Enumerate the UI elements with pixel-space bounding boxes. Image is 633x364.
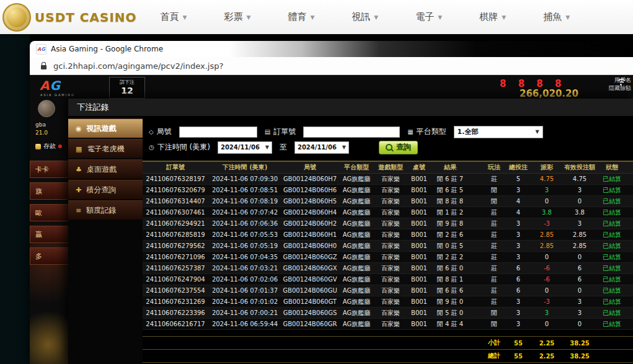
deposit-icon [35,144,41,149]
cell-result: 閒 8 莊 8 [432,197,469,206]
cell-bet-on: 閒 [484,197,505,206]
date-from-arrow-icon: ▼ [265,144,269,150]
cell-valid-bet: 3 [562,298,598,305]
nav-item[interactable]: 首頁 ▼ [161,11,187,23]
lobby-item[interactable]: 旗 [30,182,73,200]
cell-table-no: B001 [407,175,432,182]
cell-time: 2024-11-06 07:02:06 [208,276,281,283]
cell-total-bet: 3 [505,309,532,316]
table-header-cell: 訂單號 [143,163,208,172]
cell-payout: 3.8 [532,209,562,216]
nav-label: 體育 [288,11,306,23]
modal-menu-item[interactable]: ◉ 視訊遊戲 [68,118,143,138]
cell-order: 241106076285819 [143,231,208,238]
cell-game-type: 百家樂 [374,253,407,262]
cell-valid-bet: 2.85 [562,242,598,249]
lobby-item[interactable]: 多 [30,247,73,265]
sidebar-deposit[interactable]: 存款 [35,142,68,151]
main-nav: 首頁 ▼ 彩票 ▼ 體育 ▼ 視訊 ▼ [161,11,570,23]
platform-select[interactable]: 1.全部 ▼ [454,126,543,138]
sidebar-wallet-balance: 21.0 [35,130,68,136]
search-button[interactable]: 查詢 [379,141,418,154]
nav-label: 棋牌 [479,11,498,23]
cell-result: 閒 9 莊 0 [432,298,469,306]
avatar[interactable] [38,100,55,117]
cell-platform: AG旗艦廳 [339,242,374,251]
table-header-cell: 派彩 [532,163,562,172]
cell-round: GB00124B060H6 [281,187,339,193]
chevron-down-icon: ▼ [374,14,378,20]
table-row: 241106076294921 2024-11-06 07:06:36 GB00… [143,218,633,229]
cell-total-bet: 4 [505,209,532,216]
cell-time: 2024-11-06 07:04:35 [208,254,281,260]
cell-result: 閒 6 莊 0 [432,264,469,273]
modal-menu-item[interactable]: ≡ 額度記錄 [68,200,143,220]
date-from-picker[interactable]: 2024/11/06 ▼ [218,141,272,154]
table-row: 241106076247904 2024-11-06 07:02:06 GB00… [143,274,633,285]
modal-header: 下注記錄 [68,99,633,117]
nav-item[interactable]: 視訊 ▼ [352,11,378,23]
user-label: 用戶名 [609,76,631,84]
to-label: 至 [280,142,287,153]
table-header-cell: 狀態 [598,163,626,172]
menu-item-icon: ◉ [76,125,82,133]
cell-bet-on: 莊 [484,275,505,284]
round-input[interactable] [179,127,257,138]
lobby-item[interactable]: 贏 [30,226,73,243]
cell-table-no: B001 [407,298,432,305]
cell-bet-on: 閒 [484,186,505,195]
table-body: 241106076328197 2024-11-06 07:09:30 GB00… [143,174,633,330]
cell-order: 241106076320679 [143,187,208,193]
cell-round: GB00124B060GT [281,298,339,305]
cell-total-bet: 6 [505,287,532,294]
nav-item[interactable]: 電子 ▼ [415,11,442,23]
modal-menu-item[interactable]: ✚ 積分查詢 [68,180,143,199]
nav-item[interactable]: 體育 ▼ [288,11,314,23]
date-to-picker[interactable]: 2024/11/06 ▼ [294,141,349,154]
cell-game-type: 百家樂 [374,320,407,329]
modal-menu-item[interactable]: ♣ 桌面遊戲 [68,159,143,179]
site-logo[interactable]: USDT CASINO [2,3,137,32]
chrome-urlbar[interactable]: gci.2hhapi.com/agingame/pcv2/index.jsp? [30,57,633,75]
cell-result: 閒 1 莊 2 [432,208,469,217]
grand-total-total-bet: 55 [505,353,532,360]
lobby-item[interactable]: 歐 [30,204,73,221]
table-header-cell: 下注時間 (美東) [208,163,281,172]
time-label-text: 下注時間 (美東) [157,142,210,153]
filters: ◇ 局號 ▤ 訂單號 [143,117,633,158]
cell-payout: -6 [532,276,562,283]
cell-total-bet: 5 [505,175,532,182]
hide-balance-label[interactable]: 隱藏餘額 [609,84,631,92]
subtotal-payout: 2.25 [532,340,562,347]
cell-bet-on: 莊 [484,286,505,295]
cell-table-no: B001 [407,198,432,205]
cell-platform: AG旗艦廳 [339,186,374,195]
nav-item[interactable]: 棋牌 ▼ [479,11,506,23]
table-row: 241106076271096 2024-11-06 07:04:35 GB00… [143,252,633,263]
cell-round: GB00124B060H7 [281,175,339,182]
cell-table-no: B001 [407,231,432,238]
cell-game-type: 百家樂 [374,275,407,284]
cell-payout: 0 [532,198,562,205]
chrome-titlebar[interactable]: AG Asia Gaming - Google Chrome [30,41,633,57]
nav-item[interactable]: 彩票 ▼ [224,11,251,23]
cell-order: 241106076294921 [143,220,208,227]
lobby-item[interactable]: 卡卡 [30,161,73,178]
table-balance: 266,020.20 [520,88,578,99]
cell-valid-bet: 3 [562,309,598,316]
subtotal-label: 小計 [484,339,505,347]
menu-item-label: 積分查詢 [86,185,116,195]
cell-status: 已結算 [598,220,626,228]
nav-label: 電子 [415,11,434,23]
cell-platform: AG旗艦廳 [339,320,374,329]
grand-total-valid-bet: 38.25 [562,353,598,360]
table-row: 241106076231269 2024-11-06 07:01:02 GB00… [143,296,633,308]
order-input[interactable] [303,127,400,138]
modal-menu-item[interactable]: ▦ 電子老虎機 [68,139,143,158]
cell-status: 已結算 [598,309,626,317]
logo-text: USDT CASINO [35,10,137,25]
cell-total-bet: 3 [505,187,532,193]
usdt-coin-icon [2,3,31,32]
nav-item[interactable]: 捕魚 ▼ [543,11,570,23]
cell-order: 241106076257387 [143,265,208,272]
